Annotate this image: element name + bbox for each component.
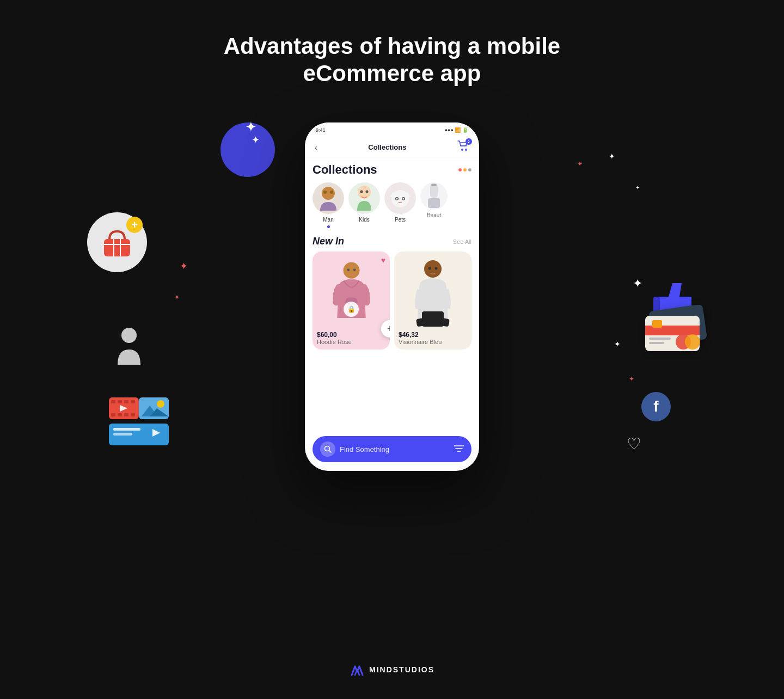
product-card-hoodie[interactable]: ♥ (313, 252, 390, 350)
deco-credit-card (642, 305, 713, 361)
svg-point-34 (322, 187, 335, 200)
search-placeholder-text: Find Something (340, 445, 450, 453)
svg-point-52 (353, 268, 356, 271)
phone-notch (365, 122, 419, 134)
lock-badge: 🔒 (344, 302, 359, 317)
category-kids[interactable]: Kids (348, 182, 380, 228)
sparkle-1: ✦ (252, 135, 260, 145)
phone-frame: 9:41 ●●● 📶 🔋 ‹ Collections 2 Collections (305, 122, 479, 471)
svg-rect-14 (131, 413, 135, 416)
phone-navbar: ‹ Collections 2 (305, 138, 479, 157)
search-icon-circle (320, 442, 335, 457)
filter-lines-icon (454, 445, 464, 452)
svg-rect-48 (428, 198, 440, 208)
media-icon (109, 397, 169, 446)
see-all-link[interactable]: See All (453, 238, 471, 245)
category-pets-circle (384, 182, 416, 214)
hoodie-person-figure (331, 257, 372, 328)
svg-point-46 (403, 198, 405, 200)
category-pets-label: Pets (395, 217, 406, 223)
svg-rect-11 (111, 413, 115, 416)
svg-line-61 (329, 451, 332, 453)
svg-rect-49 (431, 184, 437, 186)
category-beauty-circle (420, 182, 448, 210)
cart-badge: 2 (465, 138, 472, 145)
nav-back-button[interactable]: ‹ (315, 143, 317, 152)
sparkle-4: ✦ (633, 278, 642, 290)
new-in-title: New In (313, 236, 344, 247)
svg-point-32 (461, 149, 463, 151)
dot-2 (463, 168, 467, 171)
beauty-avatar (426, 183, 442, 209)
category-pets[interactable]: Pets (384, 182, 416, 228)
nav-cart-button[interactable]: 2 (457, 140, 469, 154)
heart-favorite-icon[interactable]: ♥ (381, 256, 385, 265)
svg-point-33 (465, 149, 467, 151)
svg-rect-13 (124, 413, 128, 416)
sparkle-6: ✦ (245, 120, 257, 134)
category-kids-circle (348, 182, 380, 214)
phone-content-area[interactable]: Collections (305, 157, 479, 432)
categories-row: Man Kids (313, 182, 471, 228)
sparkle-5: ✦ (614, 340, 621, 348)
status-icons: ●●● 📶 🔋 (445, 127, 468, 133)
svg-rect-30 (649, 338, 671, 340)
visionnaire-person-figure (411, 257, 455, 328)
dot-3 (468, 168, 471, 171)
svg-point-55 (428, 267, 431, 270)
sparkle-3: ✦ (635, 185, 640, 191)
basket-plus-badge: + (126, 217, 143, 233)
svg-rect-22 (113, 433, 132, 436)
svg-point-40 (391, 190, 409, 207)
svg-rect-0 (104, 239, 130, 256)
svg-point-39 (366, 191, 369, 193)
product-name-hoodie: Hoodie Rose (317, 339, 385, 345)
svg-point-35 (323, 191, 327, 194)
category-beauty[interactable]: Beaut (420, 182, 448, 228)
person-silhouette-icon (114, 327, 144, 365)
svg-point-45 (396, 198, 398, 200)
man-avatar (317, 185, 339, 212)
filter-icon[interactable] (454, 445, 464, 454)
svg-point-38 (360, 191, 363, 193)
deco-person-silhouette (114, 327, 144, 367)
svg-rect-10 (131, 400, 135, 403)
product-price-hoodie: $60,00 (317, 331, 385, 339)
phone-bottom-bar: Find Something (305, 432, 479, 471)
category-man[interactable]: Man (313, 182, 344, 228)
category-man-active-dot (327, 225, 330, 228)
red-sparkle-2: ✦ (577, 161, 583, 167)
category-man-circle (313, 182, 344, 214)
search-bar[interactable]: Find Something (313, 436, 471, 462)
red-sparkle-3: ✦ (174, 294, 180, 301)
red-sparkle-4: ✦ (629, 376, 634, 382)
phone-screen: 9:41 ●●● 📶 🔋 ‹ Collections 2 Collections (305, 122, 479, 471)
svg-point-19 (157, 400, 164, 408)
product-image-hoodie: ♥ (313, 252, 390, 328)
product-info-visionnaire: $46,32 Visionnaire Bleu (394, 328, 471, 350)
svg-point-5 (121, 328, 137, 343)
svg-point-50 (343, 262, 359, 279)
deco-basket: + (87, 212, 147, 272)
svg-point-56 (435, 267, 438, 270)
svg-point-28 (685, 334, 700, 350)
new-in-header: New In See All (313, 236, 471, 247)
deco-facebook: f (641, 392, 671, 421)
nav-title: Collections (368, 143, 406, 151)
product-name-visionnaire: Visionnaire Bleu (399, 339, 467, 345)
collections-dots (458, 168, 471, 171)
search-icon (324, 445, 332, 453)
facebook-f-icon: f (653, 398, 658, 415)
svg-point-37 (358, 186, 371, 199)
product-card-visionnaire[interactable]: $46,32 Visionnaire Bleu (394, 252, 471, 350)
svg-rect-31 (649, 342, 664, 344)
credit-card-icon (642, 305, 713, 359)
status-time: 9:41 (316, 127, 326, 133)
category-kids-label: Kids (359, 217, 369, 223)
svg-point-54 (424, 260, 442, 278)
svg-point-51 (347, 268, 350, 271)
svg-rect-29 (652, 320, 662, 328)
category-beauty-label: Beaut (427, 212, 441, 218)
red-sparkle-1: ✦ (180, 261, 188, 271)
page-title: Advantages of having a mobile eCommerce … (201, 33, 583, 88)
